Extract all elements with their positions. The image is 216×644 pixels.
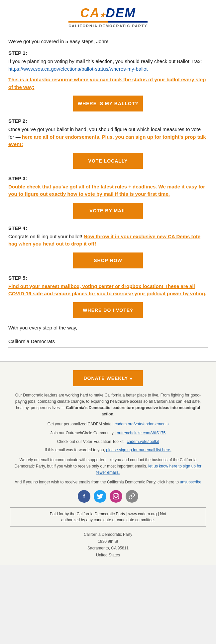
footer-outreachcircle-link[interactable]: outreachcircle.com/WIS175 [117, 431, 166, 435]
address-line2: 1830 9th St [10, 538, 206, 545]
paid-for-box: Paid for by the California Democratic Pa… [10, 507, 206, 527]
footer-forwarded-prefix: If this email was forwarded to you, [45, 448, 106, 452]
shop-now-button[interactable]: SHOP NOW [73, 252, 143, 268]
logo-cadem: CA★DEM [68, 7, 148, 19]
footer-email-policy: We rely on email to communicate with sup… [10, 457, 206, 476]
paid-for-line2: authorized by any candidate or candidate… [61, 518, 155, 522]
footer-links-row2: Join our OutreachCircle Community | outr… [10, 430, 206, 436]
address-line1: California Democratic Party [10, 531, 206, 538]
step3-heading: STEP 3: [8, 176, 208, 181]
footer-links-row1: Get your personalized CADEM slate | cade… [10, 421, 206, 427]
vote-by-mail-button[interactable]: VOTE BY MAIL [73, 203, 143, 219]
footer-unsubscribe-text: And if you no longer wish to receive ema… [10, 479, 206, 485]
step2-heading: STEP 2: [8, 118, 208, 124]
footer-body-bold: California's Democratic leaders turn pro… [66, 405, 200, 416]
email-header: CA★DEM CALIFORNIA DEMOCRATIC PARTY [0, 0, 216, 32]
instagram-icon[interactable] [110, 490, 122, 503]
step1-link[interactable]: https://www.sos.ca.gov/elections/ballot-… [8, 66, 148, 72]
where-do-i-vote-button[interactable]: WHERE DO I VOTE? [73, 302, 143, 318]
step5-body: Find out your nearest mailbox, voting ce… [8, 283, 208, 298]
donate-weekly-button[interactable]: DONATE WEEKLY » [73, 370, 143, 386]
paid-for-line1: Paid for by the California Democratic Pa… [50, 512, 166, 516]
logo-star: ★ [100, 12, 106, 19]
step5-heading: STEP 5: [8, 275, 208, 281]
step1-heading: STEP 1: [8, 50, 208, 56]
step5-link[interactable]: Find out your nearest mailbox, voting ce… [8, 283, 206, 297]
step1-description: This is a fantastic resource where you c… [8, 76, 208, 91]
logo-bar [68, 21, 148, 23]
facebook-icon[interactable]: f [78, 490, 90, 503]
footer-endorsements-link[interactable]: cadem.org/vote/endorsements [115, 422, 168, 426]
step1-description-link[interactable]: This is a fantastic resource where you c… [8, 77, 206, 90]
step2-link[interactable]: here are all of our endorsements. Plus, … [8, 134, 206, 147]
step2-body: Once you've got your ballot in hand, you… [8, 126, 208, 148]
footer-unsubscribe-prefix: And if you no longer wish to receive ema… [15, 480, 180, 484]
logo-container: CA★DEM CALIFORNIA DEMOCRATIC PARTY [68, 7, 148, 28]
main-content: We've got you covered in 5 easy steps, J… [0, 32, 216, 361]
step4-body-prefix: Congrats on filling out your ballot! [8, 234, 84, 239]
logo-subtitle: CALIFORNIA DEMOCRATIC PARTY [68, 24, 148, 28]
link-icon[interactable] [126, 490, 138, 503]
footer-body-text: Our Democratic leaders are working hard … [10, 392, 206, 418]
step4-body: Congrats on filling out your ballot! Now… [8, 233, 208, 248]
svg-rect-0 [113, 494, 119, 499]
step1-body-prefix: If you're planning on voting by mail thi… [8, 58, 202, 64]
closing-text-3: California Democrats [8, 338, 208, 344]
footer-links-row3: Check out our Voter Education Toolkit | … [10, 438, 206, 445]
footer-links-row1-prefix: Get your personalized CADEM slate | [48, 422, 115, 426]
step3-body: Double check that you've got all of the … [8, 183, 208, 198]
logo-dem-text: DEM [106, 6, 136, 20]
svg-point-1 [115, 495, 117, 498]
footer-section: DONATE WEEKLY » Our Democratic leaders a… [0, 361, 216, 565]
where-is-my-ballot-button[interactable]: WHERE IS MY BALLOT? [73, 96, 143, 111]
closing-text-1: With you every step of the way, [8, 325, 208, 330]
social-icons: f [10, 490, 206, 503]
divider [8, 347, 208, 348]
footer-links-row2-prefix: Join our OutreachCircle Community | [51, 431, 117, 435]
footer-unsubscribe-link[interactable]: unsubscribe [180, 480, 201, 484]
footer-links-row3-prefix: Check out our Voter Education Toolkit | [57, 439, 127, 444]
step3-link[interactable]: Double check that you've got all of the … [8, 184, 205, 197]
step1-body: If you're planning on voting by mail thi… [8, 58, 208, 73]
address-line4: United States [10, 552, 206, 558]
address-line3: Sacramento, CA 95811 [10, 545, 206, 551]
footer-signup-link[interactable]: please sign up for our email list here. [106, 448, 171, 452]
footer-toolkit-link[interactable]: cadem.vote/toolkit [127, 439, 159, 444]
vote-locally-button[interactable]: VOTE LOCALLY [73, 153, 143, 169]
svg-point-2 [117, 495, 118, 496]
address-block: California Democratic Party 1830 9th St … [10, 531, 206, 558]
logo-ca-text: CA [80, 6, 100, 20]
step4-heading: STEP 4: [8, 225, 208, 231]
intro-text: We've got you covered in 5 easy steps, J… [8, 38, 208, 44]
footer-forwarded-note: If this email was forwarded to you, plea… [10, 447, 206, 453]
twitter-icon[interactable] [94, 490, 106, 503]
